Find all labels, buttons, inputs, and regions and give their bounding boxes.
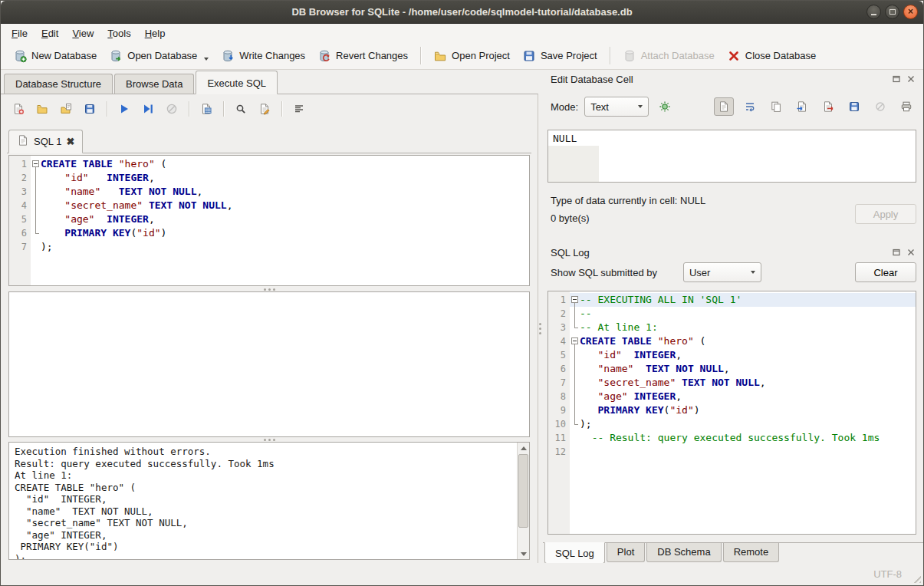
code-line: 7);: [9, 240, 529, 254]
cell-size-text: 0 byte(s): [551, 212, 590, 224]
float-dock-icon[interactable]: [890, 74, 903, 84]
code-line: 1CREATE TABLE "hero" (: [9, 157, 529, 171]
line-number: 9: [548, 403, 570, 417]
code-line: 4 "secret_name" TEXT NOT NULL,: [9, 199, 529, 212]
sql-log-view[interactable]: 1-- EXECUTING ALL IN 'SQL 1'2--3-- At li…: [547, 291, 916, 535]
tab-database-structure[interactable]: Database Structure: [4, 74, 113, 94]
close-dock-icon[interactable]: [905, 247, 917, 258]
open-database-button[interactable]: Open Database: [103, 45, 215, 67]
cell-editor-margin: [548, 146, 599, 182]
bottom-tab-plot[interactable]: Plot: [607, 543, 645, 562]
menu-view[interactable]: View: [65, 25, 100, 41]
fold-margin: [570, 445, 580, 459]
import-data-icon[interactable]: [792, 97, 812, 116]
execution-log-scrollbar[interactable]: [517, 443, 529, 559]
close-dock-icon[interactable]: [905, 74, 917, 84]
set-null-icon: [870, 97, 890, 116]
sql-editor[interactable]: 1CREATE TABLE "hero" (2 "id" INTEGER,3 "…: [8, 155, 530, 286]
maximize-button[interactable]: [885, 5, 899, 19]
tab-browse-data[interactable]: Browse Data: [114, 74, 194, 94]
format-sql-icon[interactable]: [289, 100, 309, 118]
chevron-down-icon: [638, 105, 643, 108]
submitted-by-combo[interactable]: User: [683, 262, 761, 282]
fold-margin: [31, 212, 41, 226]
titlebar[interactable]: DB Browser for SQLite - /home/user/code/…: [1, 1, 923, 24]
copy-icon[interactable]: [766, 97, 786, 116]
dropdown-arrow-icon[interactable]: [204, 58, 209, 61]
scrollbar-thumb[interactable]: [518, 454, 528, 528]
fold-margin: [570, 307, 580, 321]
execute-sql-panel: SQL 1✖ 1CREATE TABLE "hero" (2 "id" INTE…: [1, 94, 538, 563]
tab-execute-sql[interactable]: Execute SQL: [196, 71, 278, 94]
sql-log-title: SQL Log: [551, 247, 888, 258]
find-icon[interactable]: [231, 100, 251, 118]
open-project-button[interactable]: Open Project: [427, 45, 516, 67]
toolbar-separator: [281, 101, 282, 117]
bottom-tab-remote[interactable]: Remote: [723, 543, 780, 562]
new-sql-tab-icon[interactable]: [8, 100, 28, 118]
save-project-button[interactable]: Save Project: [516, 45, 603, 67]
close-database-icon: [727, 49, 741, 63]
fold-margin: [570, 417, 580, 431]
write-changes-button[interactable]: Write Changes: [215, 45, 311, 67]
line-number: 3: [9, 185, 31, 199]
save-sql-file-icon[interactable]: [80, 100, 100, 118]
code-line: 4CREATE TABLE "hero" (: [548, 334, 916, 348]
fold-collapse-icon[interactable]: [570, 334, 580, 348]
app-window: DB Browser for SQLite - /home/user/code/…: [0, 0, 924, 586]
close-button[interactable]: ×: [903, 5, 918, 19]
fold-margin: [570, 403, 580, 417]
export-data-icon[interactable]: [818, 97, 838, 116]
execute-all-icon[interactable]: [114, 100, 134, 118]
menu-file[interactable]: File: [5, 25, 35, 41]
window-title: DB Browser for SQLite - /home/user/code/…: [1, 1, 923, 23]
cell-editor[interactable]: NULL: [547, 130, 916, 183]
minimize-button[interactable]: [866, 5, 881, 19]
sql-log-dock-header: SQL Log: [541, 245, 923, 260]
find-replace-icon[interactable]: [255, 100, 275, 118]
bottom-tab-sql-log[interactable]: SQL Log: [544, 542, 605, 564]
menu-help[interactable]: Help: [138, 25, 173, 41]
fold-collapse-icon[interactable]: [31, 157, 41, 171]
line-number: 6: [9, 226, 31, 240]
stop-icon: [162, 100, 182, 118]
toolbar-separator: [223, 101, 224, 117]
mode-combo[interactable]: Text: [584, 97, 649, 117]
open-sql-file-tab-icon[interactable]: [56, 100, 76, 118]
chevron-down-icon: [751, 271, 755, 274]
open-sql-file-icon[interactable]: [32, 100, 52, 118]
code-line: 2--: [548, 307, 916, 321]
cell-type-text: Type of data currently in cell: NULL: [551, 195, 705, 206]
clear-button[interactable]: Clear: [855, 262, 916, 282]
close-database-button[interactable]: Close Database: [721, 45, 823, 67]
toolbar-separator: [189, 101, 189, 117]
text-mode-icon[interactable]: [714, 97, 734, 116]
resize-grip-icon[interactable]: [911, 573, 921, 583]
menu-edit[interactable]: Edit: [35, 25, 65, 41]
menu-tools[interactable]: Tools: [100, 25, 137, 41]
sql-tab-label: SQL 1: [34, 136, 61, 147]
new-database-button[interactable]: New Database: [7, 45, 103, 67]
toolbar-separator: [107, 101, 107, 117]
cell-right-icons: [714, 97, 916, 116]
save-results-icon[interactable]: [196, 100, 216, 118]
word-wrap-icon[interactable]: [740, 97, 760, 116]
line-number: 7: [9, 240, 31, 254]
execute-current-line-icon[interactable]: [138, 100, 158, 118]
tab-close-icon[interactable]: ✖: [66, 137, 74, 146]
sql-tab-sql-1[interactable]: SQL 1✖: [8, 130, 83, 153]
scroll-up-icon[interactable]: [518, 443, 529, 453]
scroll-down-icon[interactable]: [518, 548, 529, 559]
bottom-tab-db-schema[interactable]: DB Schema: [646, 543, 721, 562]
line-number: 11: [548, 431, 570, 445]
float-dock-icon[interactable]: [890, 247, 903, 258]
print-icon[interactable]: [896, 97, 916, 116]
apply-format-icon[interactable]: [655, 97, 675, 116]
edit-cell-dock-header: Edit Database Cell: [541, 71, 923, 87]
revert-changes-button[interactable]: Revert Changes: [311, 45, 414, 67]
fold-collapse-icon[interactable]: [570, 293, 580, 307]
save-project-icon: [522, 49, 536, 63]
execution-log[interactable]: Execution finished without errors. Resul…: [8, 442, 530, 560]
save-as-icon[interactable]: [844, 97, 864, 116]
mode-combo-value: Text: [590, 101, 609, 113]
